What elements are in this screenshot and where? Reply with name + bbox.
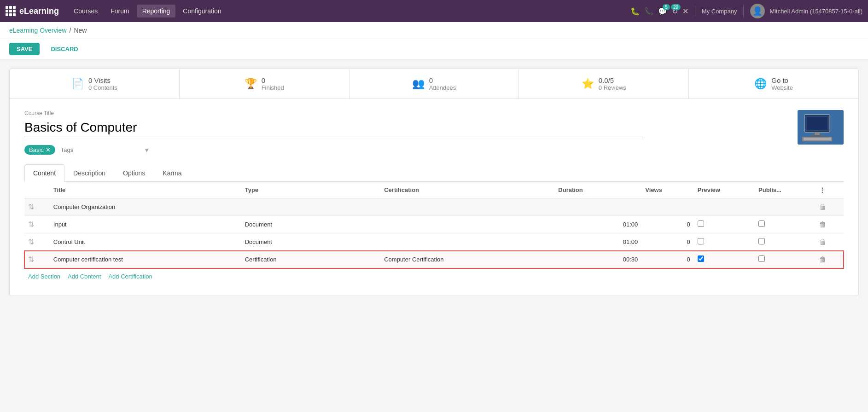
nav-configuration[interactable]: Configuration xyxy=(177,5,227,17)
attendees-icon: 👥 xyxy=(412,78,425,90)
tags-dropdown-icon[interactable]: ▼ xyxy=(144,146,150,154)
nav-forum[interactable]: Forum xyxy=(105,5,134,17)
nav-courses[interactable]: Courses xyxy=(68,5,103,17)
save-button[interactable]: SAVE xyxy=(9,43,40,55)
row-preview xyxy=(694,216,755,233)
tags-row: Basic ✕ ▼ xyxy=(24,145,798,155)
finished-icon: 🏆 xyxy=(245,78,257,90)
tab-content[interactable]: Content xyxy=(24,164,64,182)
row-duration: 01:00 xyxy=(554,216,641,233)
delete-icon[interactable]: 🗑 xyxy=(819,221,827,228)
refresh-icon[interactable]: ↻ 20 xyxy=(672,7,678,16)
add-content-link[interactable]: Add Content xyxy=(68,273,101,280)
drag-handle-icon[interactable]: ⇅ xyxy=(28,203,34,211)
th-duration: Duration xyxy=(554,182,641,198)
section-title: Computer Organization xyxy=(50,198,816,216)
visits-num: 0 Visits xyxy=(88,76,117,84)
visits-label: 0 Contents xyxy=(88,84,117,91)
row-publish xyxy=(755,216,816,233)
th-publish: Publis... xyxy=(755,182,816,198)
drag-handle-icon[interactable]: ⇅ xyxy=(28,238,34,246)
phone-icon[interactable]: 📞 xyxy=(644,7,653,16)
user-avatar[interactable]: 👤 xyxy=(750,4,765,18)
stat-reviews[interactable]: ⭐ 0.0/5 0 Reviews xyxy=(519,69,689,99)
nav-reporting[interactable]: Reporting xyxy=(137,5,176,17)
breadcrumb-parent[interactable]: eLearning Overview xyxy=(9,27,67,34)
row-publish xyxy=(755,251,816,268)
handle-cell[interactable]: ⇅ xyxy=(24,198,50,216)
delete-cell: 🗑 xyxy=(816,233,844,251)
th-type: Type xyxy=(241,182,380,198)
course-title-input[interactable] xyxy=(24,118,643,137)
delete-cell: 🗑 xyxy=(816,251,844,268)
th-delete: ⋮ xyxy=(816,182,844,198)
handle-cell[interactable]: ⇅ xyxy=(24,251,50,268)
website-label: Website xyxy=(771,84,793,91)
tag-chip-basic[interactable]: Basic ✕ xyxy=(24,145,55,155)
app-logo[interactable]: eLearning xyxy=(6,6,59,16)
row-duration: 01:00 xyxy=(554,233,641,251)
user-name: Mitchell Admin (15470857-15-0-all) xyxy=(769,8,862,15)
publish-checkbox[interactable] xyxy=(758,238,765,244)
row-type: Certification xyxy=(241,251,380,268)
tab-karma[interactable]: Karma xyxy=(154,164,190,181)
delete-icon[interactable]: 🗑 xyxy=(819,203,827,211)
row-preview xyxy=(694,233,755,251)
delete-icon[interactable]: 🗑 xyxy=(819,238,827,246)
content-table: Title Type Certification Duration Views … xyxy=(24,182,844,268)
tab-description[interactable]: Description xyxy=(64,164,114,181)
publish-checkbox[interactable] xyxy=(758,255,765,262)
row-publish xyxy=(755,233,816,251)
finished-num: 0 xyxy=(262,76,284,84)
topnav-right: 🐛 📞 💬 5 ↻ 20 ✕ My Company 👤 Mitchell Adm… xyxy=(630,4,862,18)
preview-checkbox[interactable] xyxy=(698,238,704,244)
add-section-link[interactable]: Add Section xyxy=(28,273,60,280)
form-card: 📄 0 Visits 0 Contents 🏆 0 Finished 👥 0 A… xyxy=(9,69,859,296)
thumbnail-image xyxy=(798,110,844,145)
table-row: ⇅ Control Unit Document 01:00 0 🗑 xyxy=(24,233,844,251)
th-handle xyxy=(24,182,50,198)
breadcrumb-separator: / xyxy=(70,27,71,34)
close-icon[interactable]: ✕ xyxy=(682,7,688,16)
discard-button[interactable]: DISCARD xyxy=(43,43,85,55)
drag-handle-icon[interactable]: ⇅ xyxy=(28,221,34,228)
nav-menu: Courses Forum Reporting Configuration xyxy=(68,5,627,17)
action-bar: SAVE DISCARD xyxy=(0,39,868,59)
form-body: Course Title Basic ✕ ▼ xyxy=(10,99,858,296)
row-preview xyxy=(694,251,755,268)
table-row: ⇅ Input Document 01:00 0 🗑 xyxy=(24,216,844,233)
publish-checkbox[interactable] xyxy=(758,221,765,227)
preview-checkbox[interactable] xyxy=(698,221,704,227)
stat-finished[interactable]: 🏆 0 Finished xyxy=(180,69,350,99)
chat-badge: 5 xyxy=(663,4,670,10)
company-name[interactable]: My Company xyxy=(702,8,737,15)
chat-icon[interactable]: 💬 5 xyxy=(658,7,667,16)
app-name: eLearning xyxy=(19,6,59,16)
th-preview: Preview xyxy=(694,182,755,198)
row-views: 0 xyxy=(641,216,693,233)
tag-remove-icon[interactable]: ✕ xyxy=(46,146,51,153)
form-left: Course Title Basic ✕ ▼ xyxy=(24,110,798,164)
delete-icon[interactable]: 🗑 xyxy=(819,255,827,263)
handle-cell[interactable]: ⇅ xyxy=(24,216,50,233)
add-certification-link[interactable]: Add Certification xyxy=(108,273,152,280)
stat-attendees[interactable]: 👥 0 Attendees xyxy=(350,69,519,99)
tabs: Content Description Options Karma xyxy=(24,164,844,182)
row-title: Input xyxy=(50,216,241,233)
breadcrumb: eLearning Overview / New xyxy=(9,27,859,34)
bug-icon[interactable]: 🐛 xyxy=(630,7,640,16)
stat-website[interactable]: 🌐 Go to Website xyxy=(689,69,858,99)
tags-input[interactable] xyxy=(59,145,140,155)
row-certification: Computer Certification xyxy=(380,251,554,268)
stat-visits[interactable]: 📄 0 Visits 0 Contents xyxy=(10,69,180,99)
handle-cell[interactable]: ⇅ xyxy=(24,233,50,251)
row-type: Document xyxy=(241,216,380,233)
preview-checkbox[interactable] xyxy=(698,255,704,262)
tab-options[interactable]: Options xyxy=(114,164,154,181)
svg-rect-5 xyxy=(810,135,824,136)
top-navigation: eLearning Courses Forum Reporting Config… xyxy=(0,0,868,22)
svg-rect-4 xyxy=(815,132,820,135)
drag-handle-icon[interactable]: ⇅ xyxy=(28,255,34,263)
course-thumbnail[interactable] xyxy=(798,110,844,145)
row-certification xyxy=(380,233,554,251)
